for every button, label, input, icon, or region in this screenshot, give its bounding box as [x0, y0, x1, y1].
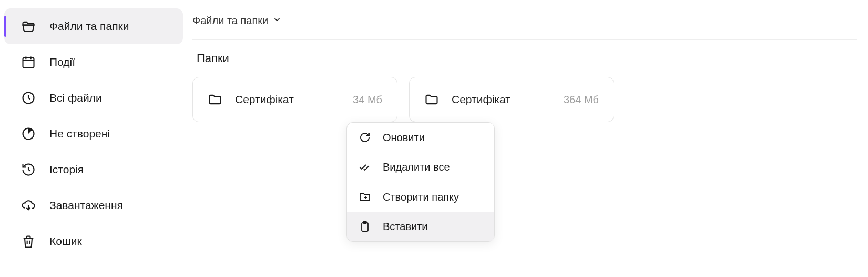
folder-grid: Сертифікат 34 Мб Сертифікат 364 Мб	[192, 77, 857, 122]
breadcrumb-title: Файли та папки	[192, 15, 268, 27]
sidebar: Файли та папки Події Всі файли Не створе…	[0, 0, 187, 277]
folder-plus-icon	[359, 191, 371, 203]
folder-size: 364 Мб	[564, 94, 599, 106]
sidebar-item-label: Події	[49, 56, 75, 68]
context-menu-label: Вставити	[383, 221, 428, 233]
check-all-icon	[359, 161, 371, 173]
folder-card[interactable]: Сертифікат 364 Мб	[409, 77, 614, 122]
sidebar-item-not-created[interactable]: Не створені	[4, 116, 183, 152]
sidebar-item-all-files[interactable]: Всі файли	[4, 80, 183, 116]
context-menu-label: Створити папку	[383, 191, 459, 203]
folder-icon	[208, 92, 222, 107]
cloud-download-icon	[21, 198, 36, 213]
context-menu-refresh[interactable]: Оновити	[347, 123, 494, 152]
sidebar-item-label: Не створені	[49, 127, 110, 140]
context-menu-create-folder[interactable]: Створити папку	[347, 182, 494, 212]
section-title: Папки	[192, 52, 857, 65]
breadcrumb[interactable]: Файли та папки	[192, 11, 857, 40]
sidebar-item-events[interactable]: Події	[4, 44, 183, 80]
history-icon	[21, 162, 36, 177]
trash-icon	[21, 234, 36, 249]
sidebar-item-downloads[interactable]: Завантаження	[4, 187, 183, 223]
folder-open-icon	[21, 19, 36, 34]
refresh-icon	[359, 131, 371, 144]
paste-icon	[359, 220, 371, 233]
calendar-icon	[21, 55, 36, 70]
context-menu: Оновити Видалити все Створити папку Вста…	[346, 122, 495, 242]
clock-icon	[21, 91, 36, 105]
folder-size: 34 Мб	[353, 94, 382, 106]
svg-rect-3	[362, 223, 368, 231]
sidebar-item-history[interactable]: Історія	[4, 152, 183, 187]
sidebar-item-label: Файли та папки	[49, 20, 129, 33]
context-menu-label: Видалити все	[383, 161, 450, 173]
context-menu-delete-all[interactable]: Видалити все	[347, 152, 494, 182]
svg-rect-0	[23, 58, 34, 68]
sidebar-item-files-folders[interactable]: Файли та папки	[4, 8, 183, 44]
sidebar-item-label: Завантаження	[49, 199, 123, 212]
folder-name: Сертифікат	[235, 93, 340, 106]
folder-card[interactable]: Сертифікат 34 Мб	[192, 77, 397, 122]
folder-icon	[424, 92, 439, 107]
main-content: Файли та папки Папки Сертифікат 34 Мб Се…	[187, 0, 868, 277]
sidebar-item-trash[interactable]: Кошик	[4, 223, 183, 259]
chevron-down-icon	[272, 15, 282, 27]
context-menu-paste[interactable]: Вставити	[347, 212, 494, 241]
sidebar-item-label: Всі файли	[49, 92, 102, 104]
pie-icon	[21, 126, 36, 141]
sidebar-item-label: Кошик	[49, 235, 82, 248]
context-menu-label: Оновити	[383, 132, 425, 144]
sidebar-item-label: Історія	[49, 163, 84, 176]
folder-name: Сертифікат	[452, 93, 551, 106]
